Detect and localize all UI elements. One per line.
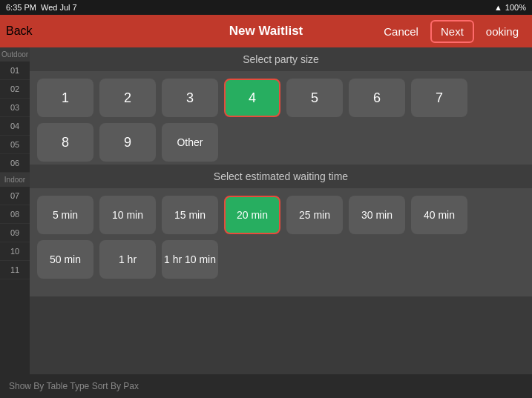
party-size-btn-8[interactable]: 8 (37, 123, 93, 162)
party-size-btn-6[interactable]: 6 (349, 79, 405, 117)
sidebar-section-outdoor: Outdoor (0, 47, 30, 62)
wait-time-btn-50[interactable]: 50 min (37, 240, 93, 279)
bottom-bar: Show By Table Type Sort By Pax (0, 374, 532, 398)
nav-right: Cancel New Waitlist Next ooking (376, 20, 526, 43)
wait-time-btn-60[interactable]: 1 hr (99, 240, 156, 279)
wifi-icon: ▲ (494, 3, 502, 12)
sidebar-row-11[interactable]: 11 (0, 261, 30, 279)
wait-time-btn-10[interactable]: 10 min (99, 196, 156, 234)
booking-button[interactable]: ooking (479, 21, 526, 42)
sidebar-row-06[interactable]: 06 (0, 154, 30, 173)
party-size-btn-4[interactable]: 4 (224, 79, 280, 117)
sidebar-row-09[interactable]: 09 (0, 224, 30, 242)
nav-title: New Waitlist (229, 24, 303, 39)
wait-time-grid: 5 min10 min15 min20 min25 min30 min40 mi… (30, 188, 532, 282)
wait-time-btn-25[interactable]: 25 min (286, 196, 343, 234)
sidebar: Outdoor010203040506Indoor0708091011 (0, 47, 30, 398)
waitlist-modal: Select party size 123456789Other Select … (30, 47, 532, 296)
sidebar-row-08[interactable]: 08 (0, 205, 30, 224)
party-size-grid: 123456789Other (30, 71, 532, 165)
sidebar-row-01[interactable]: 01 (0, 62, 30, 80)
sidebar-row-07[interactable]: 07 (0, 187, 30, 205)
wait-time-btn-20[interactable]: 20 min (224, 196, 280, 234)
wait-time-header: Select estimated waiting time (30, 165, 532, 188)
sidebar-row-02[interactable]: 02 (0, 80, 30, 99)
sidebar-row-10[interactable]: 10 (0, 242, 30, 261)
wait-time-btn-5[interactable]: 5 min (37, 196, 93, 234)
party-size-btn-1[interactable]: 1 (37, 79, 93, 117)
party-size-btn-7[interactable]: 7 (411, 79, 467, 117)
party-size-btn-2[interactable]: 2 (99, 79, 156, 117)
party-size-btn-3[interactable]: 3 (162, 79, 218, 117)
party-size-btn-9[interactable]: 9 (99, 123, 156, 162)
status-left: 6:35 PM Wed Jul 7 (6, 3, 77, 12)
status-bar: 6:35 PM Wed Jul 7 ▲ 100% (0, 0, 532, 15)
wait-time-btn-70[interactable]: 1 hr 10 min (162, 240, 218, 279)
party-size-btn-other[interactable]: Other (162, 123, 218, 162)
sidebar-section-indoor: Indoor (0, 173, 30, 187)
status-day: Wed Jul 7 (41, 3, 77, 12)
nav-bar: Back Cancel New Waitlist Next ooking (0, 15, 532, 47)
wait-time-btn-15[interactable]: 15 min (162, 196, 218, 234)
battery-icon: 100% (505, 3, 526, 12)
status-right: ▲ 100% (494, 3, 526, 12)
bottom-bar-label: Show By Table Type Sort By Pax (9, 381, 139, 391)
wait-time-btn-30[interactable]: 30 min (349, 196, 405, 234)
sidebar-row-04[interactable]: 04 (0, 117, 30, 136)
party-size-btn-5[interactable]: 5 (286, 79, 343, 117)
sidebar-row-03[interactable]: 03 (0, 99, 30, 117)
party-size-header: Select party size (30, 47, 532, 71)
next-button[interactable]: Next (430, 20, 474, 43)
nav-back-button[interactable]: Back (6, 24, 33, 38)
wait-time-btn-40[interactable]: 40 min (411, 196, 467, 234)
sidebar-row-05[interactable]: 05 (0, 136, 30, 154)
status-time: 6:35 PM (6, 3, 36, 12)
cancel-button[interactable]: Cancel (376, 21, 426, 42)
back-label: Back (6, 24, 33, 37)
